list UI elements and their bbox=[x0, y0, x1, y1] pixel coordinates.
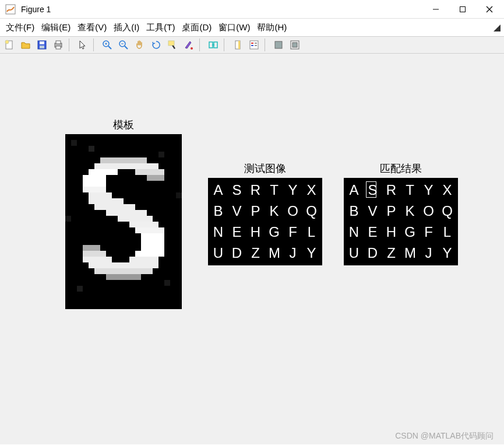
svg-rect-9 bbox=[40, 45, 44, 48]
svg-rect-51 bbox=[89, 192, 112, 198]
test-image: ASRTYX BVPKOQ NEHGFL UDZMJY bbox=[208, 178, 322, 265]
colorbar-button[interactable] bbox=[231, 38, 245, 52]
legend-button[interactable] bbox=[247, 38, 261, 52]
test-image-title: 测试图像 bbox=[208, 162, 322, 176]
svg-rect-62 bbox=[83, 251, 106, 257]
svg-point-6 bbox=[5, 40, 9, 44]
svg-rect-26 bbox=[238, 41, 240, 49]
svg-line-18 bbox=[125, 46, 128, 49]
svg-rect-20 bbox=[168, 41, 174, 45]
zoom-in-button[interactable] bbox=[100, 38, 114, 52]
rotate-button[interactable] bbox=[149, 38, 163, 52]
svg-rect-65 bbox=[129, 257, 158, 262]
svg-rect-0 bbox=[6, 5, 15, 14]
svg-rect-44 bbox=[94, 163, 158, 169]
brush-button[interactable] bbox=[182, 38, 196, 52]
svg-rect-66 bbox=[89, 262, 158, 268]
svg-rect-50 bbox=[83, 187, 106, 192]
template-panel: 模板 bbox=[65, 118, 182, 309]
svg-rect-11 bbox=[56, 41, 61, 44]
link-button[interactable] bbox=[206, 38, 220, 52]
minimize-button[interactable] bbox=[422, 1, 449, 18]
save-button[interactable] bbox=[35, 38, 49, 52]
svg-rect-49 bbox=[83, 181, 106, 187]
app-icon bbox=[5, 3, 16, 15]
pointer-button[interactable] bbox=[76, 38, 90, 52]
template-title: 模板 bbox=[65, 118, 182, 132]
svg-rect-68 bbox=[106, 274, 141, 280]
svg-rect-2 bbox=[460, 6, 466, 12]
svg-rect-61 bbox=[83, 245, 100, 251]
svg-rect-60 bbox=[141, 245, 164, 251]
svg-rect-48 bbox=[147, 175, 164, 181]
match-highlight-box bbox=[366, 181, 376, 198]
svg-rect-32 bbox=[275, 41, 282, 48]
menu-edit[interactable]: 编辑(E) bbox=[40, 21, 72, 34]
result-title: 匹配结果 bbox=[344, 162, 458, 176]
svg-rect-59 bbox=[141, 239, 164, 245]
zoom-out-button[interactable] bbox=[117, 38, 131, 52]
svg-rect-45 bbox=[89, 169, 118, 175]
svg-line-14 bbox=[108, 46, 111, 49]
menu-help[interactable]: 帮助(H) bbox=[256, 21, 288, 34]
figure-canvas: 模板 bbox=[0, 54, 504, 444]
svg-point-21 bbox=[191, 47, 193, 50]
svg-rect-55 bbox=[118, 216, 153, 222]
svg-rect-47 bbox=[83, 175, 106, 181]
result-image: ASRTYX BVPKOQ NEHGFL UDZMJY bbox=[344, 178, 458, 265]
svg-rect-67 bbox=[94, 268, 153, 274]
svg-rect-40 bbox=[164, 280, 170, 286]
maximize-button[interactable] bbox=[449, 1, 476, 18]
menubar: 文件(F) 编辑(E) 查看(V) 插入(I) 工具(T) 桌面(D) 窗口(W… bbox=[0, 19, 504, 36]
new-figure-button[interactable] bbox=[2, 38, 16, 52]
data-cursor-button[interactable] bbox=[165, 38, 179, 52]
svg-rect-41 bbox=[65, 216, 71, 222]
template-image bbox=[65, 134, 182, 309]
result-panel: 匹配结果 ASRTYX BVPKOQ NEHGFL UDZMJY bbox=[344, 162, 458, 265]
menu-view[interactable]: 查看(V) bbox=[76, 21, 108, 34]
svg-rect-53 bbox=[94, 204, 135, 210]
menu-insert[interactable]: 插入(I) bbox=[112, 21, 140, 34]
watermark: CSDN @MATLAB代码顾问 bbox=[395, 431, 494, 442]
menu-window[interactable]: 窗口(W) bbox=[217, 21, 251, 34]
test-image-panel: 测试图像 ASRTYX BVPKOQ NEHGFL UDZMJY bbox=[208, 162, 322, 265]
hide-tools-button[interactable] bbox=[272, 38, 286, 52]
menu-file[interactable]: 文件(F) bbox=[5, 21, 36, 34]
svg-rect-57 bbox=[135, 227, 164, 233]
svg-rect-37 bbox=[89, 146, 94, 152]
svg-rect-52 bbox=[89, 198, 124, 204]
menu-desktop[interactable]: 桌面(D) bbox=[181, 21, 213, 34]
svg-rect-63 bbox=[135, 251, 164, 257]
titlebar: Figure 1 bbox=[0, 0, 504, 19]
svg-rect-8 bbox=[40, 41, 44, 44]
svg-rect-36 bbox=[71, 140, 77, 146]
dock-icon[interactable] bbox=[494, 23, 501, 33]
svg-rect-38 bbox=[158, 152, 164, 157]
svg-rect-58 bbox=[141, 233, 164, 239]
svg-rect-42 bbox=[176, 192, 182, 198]
close-button[interactable] bbox=[476, 1, 503, 18]
svg-rect-54 bbox=[106, 210, 147, 216]
show-tools-button[interactable] bbox=[288, 38, 302, 52]
toolbar bbox=[0, 36, 504, 54]
svg-rect-34 bbox=[292, 43, 297, 47]
pan-button[interactable] bbox=[133, 38, 147, 52]
print-button[interactable] bbox=[51, 38, 65, 52]
svg-rect-56 bbox=[129, 222, 158, 227]
svg-rect-43 bbox=[100, 157, 147, 163]
open-button[interactable] bbox=[19, 38, 33, 52]
svg-rect-64 bbox=[83, 257, 112, 262]
menu-tools[interactable]: 工具(T) bbox=[145, 21, 176, 34]
window-title: Figure 1 bbox=[21, 5, 51, 14]
svg-rect-46 bbox=[135, 169, 164, 175]
svg-rect-12 bbox=[56, 46, 61, 49]
svg-rect-39 bbox=[77, 286, 83, 292]
